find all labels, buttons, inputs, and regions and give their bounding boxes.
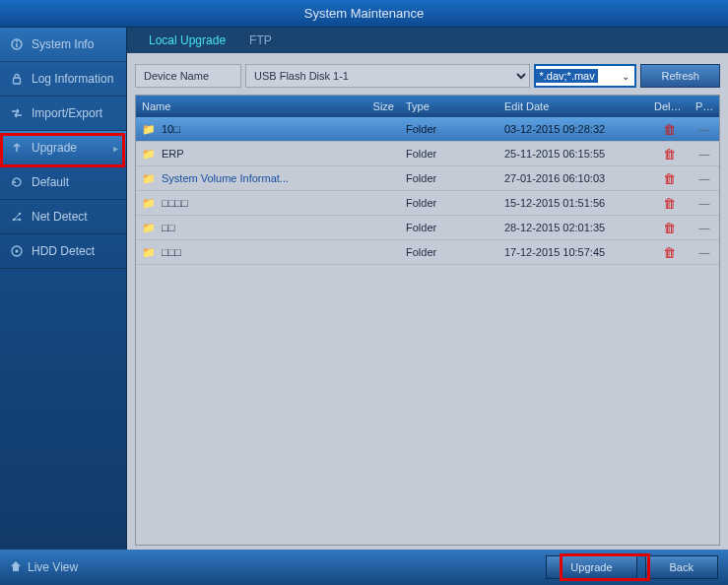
svg-rect-1 — [16, 43, 18, 47]
folder-icon: 📁 — [142, 197, 156, 209]
sidebar-item-label: Import/Export — [32, 106, 102, 120]
chevron-down-icon: ⌄ — [617, 71, 634, 82]
play-disabled: — — [699, 123, 710, 135]
net-icon — [10, 210, 24, 224]
sidebar-item-label: Log Information — [32, 72, 113, 86]
chevron-right-icon: ▸ — [113, 143, 118, 154]
folder-name: □□ — [162, 222, 174, 233]
sidebar-item-label: System Info — [32, 37, 94, 51]
row-type: Folder — [400, 246, 498, 258]
trash-icon[interactable]: 🗑 — [663, 171, 676, 186]
trash-icon[interactable]: 🗑 — [663, 147, 676, 162]
loop-icon — [10, 175, 24, 189]
play-disabled: — — [699, 197, 710, 209]
trash-icon[interactable]: 🗑 — [663, 122, 676, 137]
row-date: 15-12-2015 01:51:56 — [498, 197, 648, 209]
sidebar-item-import-export[interactable]: Import/Export — [0, 97, 126, 131]
play-disabled: — — [699, 172, 710, 184]
file-table: Name Size Type Edit Date Delete Play 📁10… — [135, 95, 720, 546]
sidebar-item-log-information[interactable]: Log Information — [0, 62, 126, 97]
disc-icon — [10, 244, 24, 258]
folder-icon: 📁 — [142, 123, 156, 135]
home-icon — [10, 560, 22, 575]
folder-name: □□□ — [162, 246, 181, 258]
col-type[interactable]: Type — [400, 100, 498, 112]
row-type: Folder — [400, 197, 498, 209]
svg-point-2 — [16, 40, 18, 42]
folder-name: 10□ — [162, 123, 180, 135]
table-row[interactable]: 📁System Volume Informat...Folder27-01-20… — [136, 166, 719, 191]
sidebar-item-label: Net Detect — [32, 210, 88, 224]
row-type: Folder — [400, 222, 498, 233]
folder-icon: 📁 — [142, 148, 156, 160]
row-type: Folder — [400, 148, 498, 160]
live-view-button[interactable]: Live View — [10, 560, 78, 575]
footer: Live View Upgrade Back — [0, 550, 728, 585]
row-date: 27-01-2016 06:10:03 — [498, 172, 648, 184]
sidebar-item-label: Default — [32, 175, 69, 189]
device-name-label: Device Name — [135, 64, 241, 88]
tabs: Local Upgrade FTP — [127, 28, 728, 53]
folder-icon: 📁 — [142, 246, 156, 258]
play-disabled: — — [699, 246, 710, 258]
row-date: 17-12-2015 10:57:45 — [498, 246, 648, 258]
device-select[interactable]: USB Flash Disk 1-1 — [245, 64, 530, 88]
table-row[interactable]: 📁□□□□Folder15-12-2015 01:51:56🗑— — [136, 191, 719, 216]
row-date: 25-11-2015 06:15:55 — [498, 148, 648, 160]
sidebar-item-system-info[interactable]: System Info — [0, 28, 126, 62]
transfer-icon — [10, 106, 24, 120]
folder-icon: 📁 — [142, 222, 156, 233]
trash-icon[interactable]: 🗑 — [663, 196, 676, 211]
trash-icon[interactable]: 🗑 — [663, 221, 676, 235]
up-icon — [10, 141, 24, 155]
folder-link[interactable]: System Volume Informat... — [162, 172, 289, 184]
play-disabled: — — [699, 222, 710, 233]
sidebar: System InfoLog InformationImport/ExportU… — [0, 28, 127, 550]
sidebar-item-hdd-detect[interactable]: HDD Detect — [0, 234, 126, 269]
upgrade-button[interactable]: Upgrade — [546, 555, 636, 579]
play-disabled: — — [699, 148, 710, 160]
row-type: Folder — [400, 172, 498, 184]
row-type: Folder — [400, 123, 498, 135]
table-row[interactable]: 📁□□Folder28-12-2015 02:01:35🗑— — [136, 216, 719, 240]
folder-name: □□□□ — [162, 197, 188, 209]
sidebar-item-net-detect[interactable]: Net Detect — [0, 200, 126, 234]
trash-icon[interactable]: 🗑 — [663, 245, 676, 260]
col-name[interactable]: Name — [136, 100, 363, 112]
sidebar-item-upgrade[interactable]: Upgrade▸ — [0, 131, 126, 165]
svg-rect-3 — [14, 78, 21, 84]
row-date: 28-12-2015 02:01:35 — [498, 222, 648, 233]
back-button[interactable]: Back — [645, 555, 718, 579]
tab-local-upgrade[interactable]: Local Upgrade — [137, 29, 237, 52]
col-date[interactable]: Edit Date — [498, 100, 648, 112]
info-icon — [10, 37, 24, 51]
window-title: System Maintenance — [0, 0, 728, 28]
col-play[interactable]: Play — [690, 100, 719, 112]
col-delete[interactable]: Delete — [648, 100, 690, 112]
row-date: 03-12-2015 09:28:32 — [498, 123, 648, 135]
file-filter-value: *.dav;*.mav — [536, 69, 597, 83]
table-row[interactable]: 📁ERPFolder25-11-2015 06:15:55🗑— — [136, 142, 719, 166]
table-header: Name Size Type Edit Date Delete Play — [136, 96, 719, 117]
col-size[interactable]: Size — [363, 100, 400, 112]
table-row[interactable]: 📁□□□Folder17-12-2015 10:57:45🗑— — [136, 240, 719, 265]
tab-ftp[interactable]: FTP — [237, 29, 284, 52]
table-row[interactable]: 📁10□Folder03-12-2015 09:28:32🗑— — [136, 117, 719, 142]
svg-point-8 — [16, 250, 19, 253]
folder-icon: 📁 — [142, 172, 156, 184]
sidebar-item-label: Upgrade — [32, 141, 77, 155]
live-view-label: Live View — [28, 560, 78, 574]
sidebar-item-default[interactable]: Default — [0, 165, 126, 200]
sidebar-item-label: HDD Detect — [32, 244, 95, 258]
refresh-button[interactable]: Refresh — [640, 64, 720, 88]
file-filter[interactable]: *.dav;*.mav ⌄ — [534, 64, 636, 88]
folder-name: ERP — [162, 148, 184, 160]
lock-icon — [10, 72, 24, 86]
